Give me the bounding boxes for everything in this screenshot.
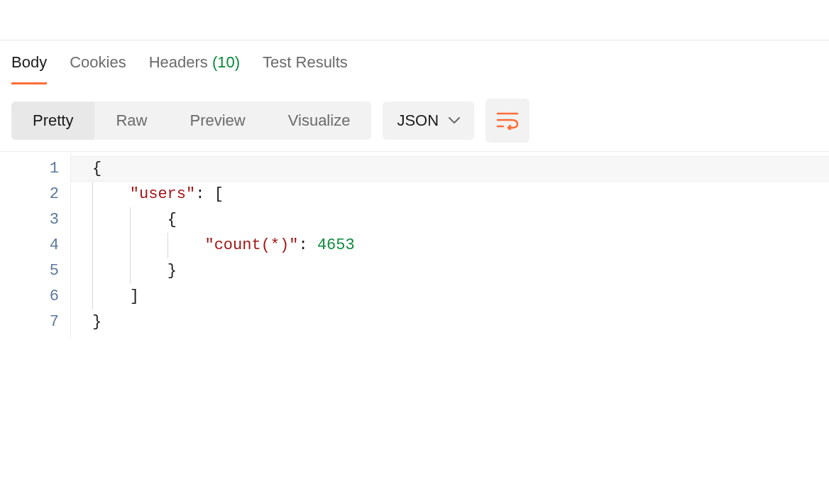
line-number: 1: [0, 156, 59, 182]
body-controls: Pretty Raw Preview Visualize JSON: [0, 84, 829, 151]
code-content[interactable]: { "users": [ { "count(*)": 4653 } ] }: [71, 152, 829, 339]
code-line: {: [71, 156, 829, 182]
code-line: "count(*)": 4653: [71, 233, 829, 258]
tab-body[interactable]: Body: [11, 40, 47, 84]
tab-headers[interactable]: Headers (10): [149, 40, 240, 84]
format-select-value: JSON: [397, 111, 439, 130]
view-raw-button[interactable]: Raw: [94, 102, 168, 140]
code-line: "users": [: [71, 182, 829, 207]
code-line: {: [71, 207, 829, 233]
line-number: 6: [0, 284, 59, 309]
line-gutter: 1 2 3 4 5 6 7: [0, 152, 71, 339]
code-viewer: 1 2 3 4 5 6 7 { "users": [ { "count(*)":…: [0, 151, 829, 339]
code-line: }: [71, 309, 829, 335]
tab-headers-count: (10): [212, 53, 240, 71]
chevron-down-icon: [449, 117, 460, 124]
code-line: }: [71, 258, 829, 284]
tab-headers-label: Headers: [149, 53, 208, 71]
line-number: 5: [0, 258, 59, 284]
code-line: ]: [71, 284, 829, 309]
wrap-lines-button[interactable]: [485, 99, 529, 143]
format-select[interactable]: JSON: [383, 102, 474, 140]
view-preview-button[interactable]: Preview: [168, 102, 266, 140]
top-spacer: [0, 0, 829, 40]
tab-cookies[interactable]: Cookies: [70, 40, 126, 84]
tab-test-results[interactable]: Test Results: [263, 40, 348, 84]
view-pretty-button[interactable]: Pretty: [11, 102, 94, 140]
wrap-lines-icon: [496, 111, 519, 130]
view-mode-group: Pretty Raw Preview Visualize: [11, 102, 371, 140]
line-number: 2: [0, 182, 59, 207]
line-number: 4: [0, 233, 59, 258]
line-number: 7: [0, 309, 59, 335]
view-visualize-button[interactable]: Visualize: [267, 102, 372, 140]
line-number: 3: [0, 207, 59, 233]
response-tabs: Body Cookies Headers (10) Test Results: [0, 40, 829, 84]
